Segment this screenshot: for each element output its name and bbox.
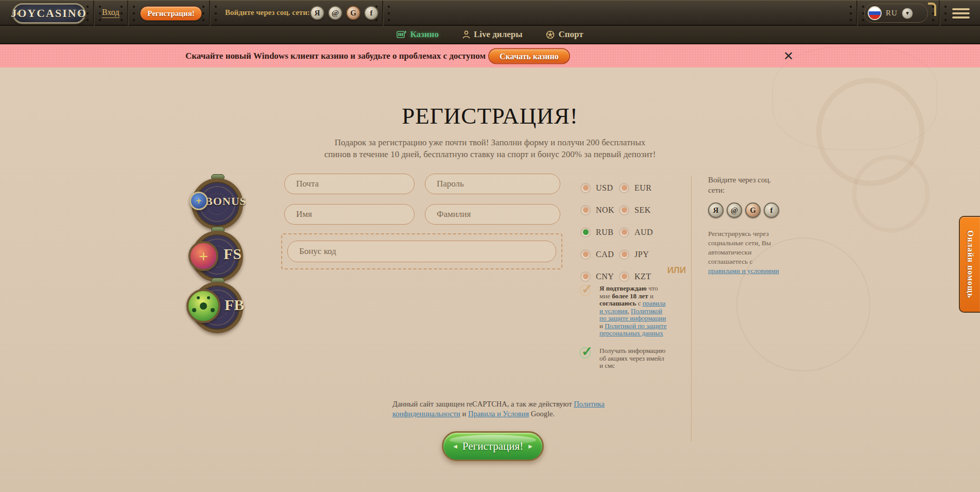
metal-seam bbox=[93, 1, 95, 26]
soccer-ball-icon bbox=[546, 30, 555, 39]
freebet-badge: FB bbox=[192, 282, 243, 333]
soccer-ball-orb-icon bbox=[186, 289, 220, 323]
logo-text: JOYCASINO bbox=[11, 7, 87, 20]
tab-sport[interactable]: Спорт bbox=[546, 29, 583, 40]
online-help-label: Онлайн помощь bbox=[966, 230, 975, 298]
mailru-icon[interactable]: @ bbox=[328, 6, 342, 20]
arrow-left-icon: ◂ bbox=[453, 442, 457, 451]
badge-label: FB bbox=[225, 296, 244, 314]
subtitle-line2: спинов в течение 10 дней, бесплатную ста… bbox=[0, 148, 980, 160]
radio-icon[interactable] bbox=[619, 249, 629, 260]
metal-seam bbox=[209, 1, 211, 26]
currency-selector: USD EUR NOK SEK RUB AUD CAD JPY CNY KZT bbox=[580, 177, 665, 287]
radio-icon-selected[interactable] bbox=[580, 227, 591, 237]
email-field[interactable] bbox=[284, 174, 415, 194]
social-login-label: Войдите через соц. сети: bbox=[225, 8, 310, 17]
tab-label: Казино bbox=[410, 29, 439, 40]
download-banner: Скачайте новый Windows клиент казино и з… bbox=[0, 44, 980, 67]
currency-jpy[interactable]: JPY bbox=[619, 243, 665, 265]
slot-machine-icon bbox=[397, 30, 406, 39]
currency-usd[interactable]: USD bbox=[580, 177, 619, 199]
social-signup-panel: Войдите через соц. сети: Я @ G f Регистр… bbox=[708, 175, 785, 276]
radio-icon[interactable] bbox=[619, 272, 629, 282]
submit-label: Регистрация! bbox=[462, 440, 523, 453]
personal-data-link[interactable]: Политикой по защите персональных данных bbox=[599, 322, 666, 337]
yandex-icon[interactable]: Я bbox=[708, 202, 724, 218]
badge-label: FS bbox=[223, 245, 242, 263]
arrow-right-icon: ▸ bbox=[528, 442, 532, 451]
currency-rub[interactable]: RUB bbox=[580, 221, 619, 243]
tab-live-dealers[interactable]: Live дилеры bbox=[462, 29, 523, 40]
menu-button[interactable] bbox=[952, 8, 970, 21]
tab-casino[interactable]: Казино bbox=[397, 29, 439, 40]
agreement-checkbox-row: Я подтверждаю что мне более 18 лет и сог… bbox=[579, 285, 668, 337]
radio-icon[interactable] bbox=[619, 227, 629, 237]
first-name-field[interactable] bbox=[284, 204, 415, 225]
coffee-stain bbox=[852, 155, 930, 232]
recaptcha-note: Данный сайт защищен reCAPTCHA, а так же … bbox=[392, 399, 614, 419]
freespins-badge: FS + bbox=[192, 231, 243, 282]
radio-icon[interactable] bbox=[619, 183, 629, 193]
bonus-badge: BONUS + bbox=[192, 178, 243, 230]
password-field[interactable] bbox=[425, 174, 560, 194]
yandex-icon[interactable]: Я bbox=[310, 6, 324, 20]
radio-icon[interactable] bbox=[580, 183, 591, 193]
or-label: ИЛИ bbox=[660, 265, 686, 276]
metal-seam bbox=[382, 1, 384, 26]
page-subtitle: Подарок за регистрацию уже почти твой! З… bbox=[0, 137, 980, 160]
promo-optin-text: Получать информацию об акциях через имей… bbox=[599, 347, 668, 370]
currency-nok[interactable]: NOK bbox=[580, 199, 619, 221]
google-terms-link[interactable]: Правила и Условия bbox=[468, 410, 529, 418]
tab-label: Спорт bbox=[558, 29, 583, 40]
social-login-icons: Я @ G f bbox=[310, 6, 379, 20]
metal-seam bbox=[939, 1, 940, 26]
social-panel-title: Войдите через соц. сети: bbox=[708, 175, 785, 195]
language-code: RU bbox=[886, 9, 898, 18]
download-casino-button[interactable]: Скачать казино bbox=[488, 48, 570, 64]
checkbox-checked-green-icon[interactable] bbox=[579, 347, 591, 359]
decorative-pipe bbox=[928, 3, 936, 16]
bonus-orb-icon: + bbox=[190, 192, 208, 210]
currency-sek[interactable]: SEK bbox=[619, 199, 665, 221]
checkbox-checked-icon[interactable] bbox=[579, 285, 591, 296]
metal-seam bbox=[127, 1, 129, 26]
subtitle-line1: Подарок за регистрацию уже почти твой! З… bbox=[0, 137, 980, 148]
russia-flag-icon bbox=[868, 6, 882, 20]
submit-registration-button[interactable]: ◂ Регистрация! ▸ bbox=[442, 431, 544, 461]
chevron-down-icon[interactable]: ▼ bbox=[902, 8, 913, 19]
google-icon[interactable]: G bbox=[346, 6, 360, 20]
currency-aud[interactable]: AUD bbox=[619, 221, 665, 243]
top-bar: JOYCASINO Вход Регистрация! Войдите чере… bbox=[0, 0, 980, 26]
banner-message: Скачайте новый Windows клиент казино и з… bbox=[185, 51, 486, 61]
vertical-divider bbox=[691, 176, 692, 442]
badge-label: BONUS bbox=[205, 195, 247, 208]
bonus-code-field[interactable] bbox=[287, 241, 556, 262]
radio-icon[interactable] bbox=[580, 272, 591, 282]
social-panel-note: Регистрируясь через социальные сети, Вы … bbox=[708, 229, 785, 276]
joycasino-logo[interactable]: JOYCASINO bbox=[12, 3, 85, 24]
radio-icon[interactable] bbox=[580, 205, 591, 215]
google-icon[interactable]: G bbox=[745, 202, 761, 218]
coffee-stain bbox=[816, 78, 924, 186]
facebook-icon[interactable]: f bbox=[764, 202, 779, 218]
language-selector[interactable]: RU ▼ bbox=[864, 4, 928, 23]
dealer-person-icon bbox=[462, 30, 470, 39]
registration-page: РЕГИСТРАЦИЯ! Подарок за регистрацию уже … bbox=[0, 67, 980, 492]
login-link[interactable]: Вход bbox=[102, 8, 119, 18]
tab-label: Live дилеры bbox=[474, 29, 523, 40]
metal-seam bbox=[856, 1, 858, 26]
currency-eur[interactable]: EUR bbox=[619, 177, 665, 199]
radio-icon[interactable] bbox=[619, 205, 629, 215]
terms-conditions-link[interactable]: правилами и условиями bbox=[708, 267, 779, 275]
promo-checkbox-row: Получать информацию об акциях через имей… bbox=[579, 347, 668, 370]
mailru-icon[interactable]: @ bbox=[727, 202, 742, 218]
online-help-tab[interactable]: Онлайн помощь bbox=[959, 216, 980, 313]
close-icon[interactable]: ✕ bbox=[783, 50, 794, 62]
currency-cad[interactable]: CAD bbox=[580, 243, 619, 265]
last-name-field[interactable] bbox=[425, 204, 560, 225]
freespins-orb-icon: + bbox=[188, 241, 218, 271]
register-button[interactable]: Регистрация! bbox=[140, 6, 202, 21]
radio-icon[interactable] bbox=[580, 249, 591, 260]
social-panel-icons: Я @ G f bbox=[708, 202, 785, 218]
facebook-icon[interactable]: f bbox=[364, 6, 379, 20]
